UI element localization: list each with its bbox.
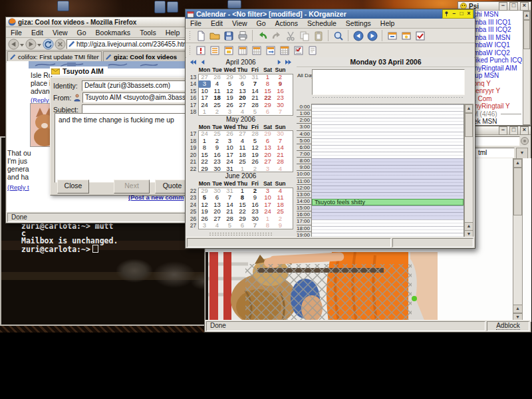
calendar-day[interactable]: 21 <box>249 94 261 102</box>
toolbar-grip[interactable] <box>189 31 192 41</box>
go-forward-icon[interactable] <box>365 29 379 42</box>
calendar-day[interactable]: 7 <box>274 108 287 116</box>
splitter-handle[interactable] <box>209 232 273 236</box>
back-icon[interactable] <box>8 39 19 50</box>
work-week-icon[interactable] <box>235 44 249 57</box>
paste-icon[interactable] <box>311 29 325 42</box>
close-icon[interactable]: × <box>466 11 472 17</box>
calendar-day[interactable]: 25 <box>236 158 249 166</box>
maximize-icon[interactable]: □ <box>458 11 465 17</box>
korganizer-titlebar[interactable]: Calendar - <No filter> [modified] - KOrg… <box>186 9 475 19</box>
reply-link[interactable]: (Reply t <box>7 184 29 191</box>
calendar-day[interactable]: 19 <box>198 208 211 215</box>
calendar-day[interactable]: 8 <box>261 222 274 229</box>
agenda-grid[interactable]: Tsuyoto feels shitty <box>311 104 464 239</box>
forward-dropdown-icon[interactable] <box>37 44 41 49</box>
calendar-day[interactable]: 5 <box>223 80 236 88</box>
cut-icon[interactable] <box>283 29 297 42</box>
calendar-day[interactable]: 27 <box>261 158 274 166</box>
close-button[interactable]: Close <box>57 180 89 194</box>
calendar-day[interactable]: 2 <box>249 166 261 173</box>
calendar-day[interactable]: 9 <box>249 194 261 201</box>
show-day-icon[interactable] <box>385 29 399 42</box>
menu-item-actions[interactable]: Actions <box>271 19 303 28</box>
event-tsuyoto[interactable]: Tsuyoto feels shitty <box>312 199 464 205</box>
menu-item-bookmarks[interactable]: Bookmarks <box>91 28 136 37</box>
calendar-day[interactable]: 14 <box>274 144 287 152</box>
korganizer-window[interactable]: Calendar - <No filter> [modified] - KOrg… <box>185 9 475 249</box>
find-icon[interactable] <box>331 29 345 42</box>
forward-icon[interactable] <box>25 39 37 50</box>
calendar-day[interactable]: 8 <box>261 80 274 88</box>
calendar-day[interactable]: 21 <box>223 208 236 215</box>
desktop-icon[interactable] <box>227 0 241 9</box>
calendar-day[interactable]: 24 <box>223 158 236 166</box>
calendar-day[interactable]: 22 <box>261 94 274 102</box>
browser2-scrollbar[interactable]: ▲ ▲ ▼ <box>513 158 523 322</box>
menu-item-settings[interactable]: Settings <box>341 19 376 28</box>
save-icon[interactable] <box>221 29 235 42</box>
calendar-day[interactable]: 4 <box>236 108 249 116</box>
calendar-day[interactable]: 20 <box>236 94 249 102</box>
undo-icon[interactable] <box>255 29 269 42</box>
calendar-day[interactable]: 11 <box>236 144 249 152</box>
maximize-icon[interactable]: □ <box>509 126 518 135</box>
desktop-icon[interactable] <box>167 1 178 13</box>
journal-icon[interactable] <box>305 44 319 57</box>
calendar-day[interactable]: 31 <box>223 166 236 173</box>
calendar-day[interactable]: 26 <box>223 130 236 138</box>
show-week-icon[interactable] <box>399 29 413 42</box>
calendar-day[interactable]: 22 <box>198 158 211 166</box>
stop-icon[interactable] <box>55 39 66 50</box>
minimize-icon[interactable]: − <box>451 11 458 17</box>
day-icon[interactable] <box>221 44 235 57</box>
calendar-day[interactable]: 1 <box>198 108 211 116</box>
menu-item-go[interactable]: Go <box>252 19 271 28</box>
calendar-day[interactable]: 17 <box>198 94 211 102</box>
scroll-up-icon[interactable]: ▲ <box>513 159 522 168</box>
calendar-day[interactable]: 6 <box>261 108 274 116</box>
scrollbar-thumb[interactable] <box>465 113 473 137</box>
menu-item-tools[interactable]: Tools <box>135 28 161 37</box>
go-back-icon[interactable] <box>351 29 365 42</box>
reload-icon[interactable] <box>43 39 54 50</box>
calendar-day[interactable]: 9 <box>211 144 223 152</box>
maximize-icon[interactable]: □ <box>509 2 518 11</box>
menu-item-view[interactable]: View <box>227 19 252 28</box>
calendar-day[interactable]: 11 <box>274 194 287 201</box>
show-todo-icon[interactable] <box>413 29 427 42</box>
calendar-day[interactable]: 29 <box>198 166 211 173</box>
calendar-day[interactable]: 22 <box>236 208 249 215</box>
calendar-day[interactable]: 27 <box>236 130 249 138</box>
firefox-titlebar[interactable]: giza: Cool fox videos - Mozilla Firefox <box>6 17 199 27</box>
menu-item-file[interactable]: File <box>186 19 206 28</box>
list-icon[interactable] <box>207 44 221 57</box>
pin-icon[interactable] <box>444 11 450 17</box>
calendar-day[interactable]: 29 <box>261 130 274 138</box>
calendar-day[interactable]: 24 <box>198 130 211 138</box>
calendar-day[interactable]: 25 <box>211 130 223 138</box>
calendar-day[interactable]: 25 <box>274 208 287 215</box>
menu-item-edit[interactable]: Edit <box>27 28 48 37</box>
calendar-day[interactable]: 23 <box>249 208 261 215</box>
from-field[interactable]: Tsuyoto AIM <tsuyoto@aim.3bassets.com> <box>82 92 193 103</box>
calendar-day[interactable]: 30 <box>274 130 287 138</box>
menu-item-view[interactable]: View <box>48 28 72 37</box>
menu-item-schedule[interactable]: Schedule <box>303 19 341 28</box>
week-icon[interactable] <box>249 44 263 57</box>
next-days-icon[interactable] <box>263 44 277 57</box>
print-icon[interactable] <box>235 29 249 42</box>
todo-list-icon[interactable] <box>291 44 305 57</box>
minimize-icon[interactable]: − <box>499 2 507 11</box>
open-folder-icon[interactable] <box>207 29 221 42</box>
menu-item-edit[interactable]: Edit <box>206 19 227 28</box>
toolbar-grip[interactable] <box>189 45 192 56</box>
desktop-icon[interactable] <box>57 1 69 11</box>
calendar-day[interactable]: 5 <box>249 108 261 116</box>
copy-icon[interactable] <box>297 29 311 42</box>
calendar-day[interactable]: 5 <box>198 194 211 201</box>
scroll-up-icon[interactable]: ▲ <box>513 305 523 313</box>
menu-item-help[interactable]: Help <box>161 28 185 37</box>
calendar-day[interactable]: 28 <box>274 158 287 166</box>
calendar-day[interactable]: 9 <box>274 222 287 229</box>
